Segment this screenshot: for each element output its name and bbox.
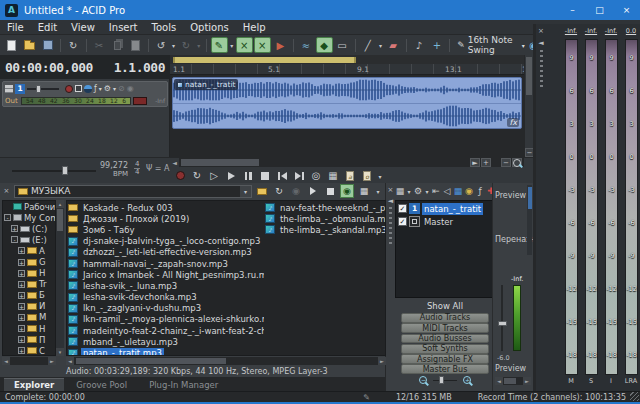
grid-button[interactable]: ▦ xyxy=(325,168,341,183)
preview-fader-handle[interactable] xyxy=(498,321,507,326)
record-arm-icon[interactable] xyxy=(65,85,73,93)
tree-scroll-right[interactable]: ► xyxy=(48,357,56,365)
address-dropdown[interactable]: ▾ xyxy=(240,186,251,197)
publish-button[interactable]: ↻ xyxy=(65,37,82,53)
scroll-right-page-button[interactable]: ► xyxy=(470,158,480,167)
tree-hscrollbar[interactable]: ◄ ► xyxy=(2,357,56,365)
meters-drag-handle[interactable] xyxy=(540,50,543,90)
tree-expander[interactable]: + xyxy=(18,281,25,288)
preview-scroll-right[interactable]: ► xyxy=(523,377,531,385)
gear-dropdown[interactable]: ▾ xyxy=(424,184,430,198)
tracklist-close-button[interactable]: × xyxy=(386,185,395,194)
timeline[interactable]: 1.15.19.113.117.1 natan_-_tratit fx xyxy=(170,55,524,157)
timecode-display[interactable]: 00:00:00,000 xyxy=(5,60,93,75)
undo-dropdown[interactable]: ▾ xyxy=(170,37,176,53)
view-mode-button[interactable]: ▦ xyxy=(395,184,405,198)
tree-item[interactable]: +A xyxy=(3,245,55,256)
note-tool-button[interactable]: ♪ xyxy=(410,37,427,53)
metronome-button[interactable]: ◎ xyxy=(308,168,324,183)
show-all-button[interactable]: Show All xyxy=(395,301,495,311)
filter-assignable-fx[interactable]: Assignable FX xyxy=(401,354,489,364)
record-button[interactable] xyxy=(172,168,188,183)
tree-item[interactable]: +П xyxy=(3,334,55,345)
go-to-end-button[interactable] xyxy=(291,168,307,183)
file-list-item[interactable]: ♪dj-snake-j-balvin-tyga_-_loco-contigo.m… xyxy=(68,236,264,247)
add-bus-button[interactable]: ◉ xyxy=(464,184,474,198)
snap-tool-button[interactable]: × xyxy=(236,37,253,53)
tree-item[interactable]: +(C:) xyxy=(3,223,55,234)
preview-stop-button[interactable] xyxy=(323,184,337,198)
event-tool-button[interactable]: ▶ xyxy=(272,37,289,53)
file-list-item[interactable]: Зомб - Табу xyxy=(68,224,264,235)
resize-grip[interactable] xyxy=(630,392,639,401)
tree-item[interactable]: +И xyxy=(3,301,55,312)
monitor-icon[interactable]: ◉ xyxy=(127,84,134,94)
loop-region[interactable] xyxy=(173,57,356,63)
scroll-left-arrow[interactable]: ◄ xyxy=(170,158,179,167)
track-fx-icon[interactable]: ƒ xyxy=(94,84,97,94)
menu-view[interactable]: View xyxy=(64,22,102,33)
cut-button[interactable]: ✂ xyxy=(91,37,108,53)
snap-grid-button[interactable]: × xyxy=(254,37,271,53)
meter-value-readout[interactable]: -Inf. xyxy=(581,27,601,35)
file-list-item[interactable]: ♪dzhozzi_-_leti-leti-effective-version.m… xyxy=(68,247,264,258)
filter-midi-tracks[interactable]: MIDI Tracks xyxy=(401,323,489,333)
close-button[interactable]: × xyxy=(613,0,640,20)
bpm-readout[interactable]: 99,272BPM xyxy=(96,161,128,178)
open-button[interactable] xyxy=(21,37,38,53)
fx-dropdown-icon[interactable]: ▾ xyxy=(99,84,102,94)
tree-item[interactable]: +С xyxy=(3,345,55,356)
address-combo[interactable]: МУЗЫКА ▾ xyxy=(14,185,252,198)
tree-item[interactable]: +М xyxy=(3,312,55,323)
fit-selection-button[interactable]: ⇤ xyxy=(431,184,441,198)
filter-audio-busses[interactable]: Audio Busses xyxy=(401,334,489,344)
tree-scroll-left[interactable]: ◄ xyxy=(2,357,10,365)
brush-tool-button[interactable]: ╱ xyxy=(359,37,376,53)
swing-selector[interactable]: ✎ 16th Note Swing ▾ ◉ xyxy=(454,35,543,55)
tree-scroll-thumb[interactable] xyxy=(57,209,63,231)
filter-soft-synths[interactable]: Soft Synths xyxy=(401,344,489,354)
phase-icon[interactable]: ⊘ xyxy=(118,84,125,94)
paint-tool-button[interactable]: ◆ xyxy=(316,37,333,53)
views-button[interactable]: ▦ xyxy=(357,184,371,198)
tree-expander[interactable]: - xyxy=(11,236,18,243)
file-list-item[interactable]: ♪lkn_-_zaglyani-v-dushu.mp3 xyxy=(68,303,264,314)
files-scroll-thumb[interactable] xyxy=(76,358,226,364)
file-list-item[interactable]: ♪lesha-svik-devchonka.mp3 xyxy=(68,292,264,303)
play-from-start-button[interactable]: ▷ xyxy=(206,168,222,183)
tree-scrollbar[interactable]: ▴ ▾ xyxy=(56,200,64,356)
file-list-item[interactable]: ♪the-limba_-_obmanula.mp3 xyxy=(265,213,385,224)
volume-slider-handle[interactable] xyxy=(36,85,41,93)
files-scroll-left[interactable]: ◄ xyxy=(66,357,74,365)
erase-tool-button[interactable]: ▰ xyxy=(385,37,402,53)
file-list-item[interactable]: ♪hammali-navai_-_zapah-snov.mp3 xyxy=(68,258,264,269)
tracklist-zoom-slider[interactable] xyxy=(433,376,457,384)
tuning-readout[interactable]: Ψ = A xyxy=(146,164,170,173)
files-scroll-right[interactable]: ► xyxy=(378,357,386,365)
tree-item[interactable]: -My Com xyxy=(3,212,55,223)
gear-dropdown-icon[interactable]: ▾ xyxy=(113,84,116,94)
timeline-horizontal-scrollbar[interactable]: ◄ ► + − xyxy=(170,158,524,167)
tree-expander[interactable]: + xyxy=(18,247,25,254)
vscroll-thumb[interactable] xyxy=(526,57,532,95)
meter-value-readout[interactable]: 0.0 xyxy=(621,27,640,35)
file-list-item[interactable]: ♪mband_-_uletayu.mp3 xyxy=(68,336,264,347)
play-button[interactable] xyxy=(223,168,239,183)
minimize-button[interactable]: – xyxy=(559,0,586,20)
stop-button[interactable] xyxy=(257,168,273,183)
tree-expander[interactable]: + xyxy=(18,314,25,321)
tree-expander[interactable]: + xyxy=(11,225,18,232)
file-list-hscrollbar[interactable]: ◄ ► xyxy=(66,357,386,365)
tree-expander[interactable]: + xyxy=(18,325,25,332)
go-to-start-button[interactable] xyxy=(274,168,290,183)
draw-tool-button[interactable]: ✎ xyxy=(211,37,228,53)
zoom-in-lens-icon[interactable]: + xyxy=(463,376,471,384)
track-volume-slider[interactable] xyxy=(27,85,59,93)
zoom-in-time-button[interactable]: + xyxy=(481,158,491,167)
tempo-slider[interactable] xyxy=(12,166,96,175)
tab-groove-pool[interactable]: Groove Pool xyxy=(66,378,137,391)
preview-scroll-thumb[interactable] xyxy=(528,187,532,209)
menu-file[interactable]: File xyxy=(0,22,31,33)
menu-tools[interactable]: Tools xyxy=(145,22,184,33)
zoom-out-lens-icon[interactable]: − xyxy=(419,376,427,384)
